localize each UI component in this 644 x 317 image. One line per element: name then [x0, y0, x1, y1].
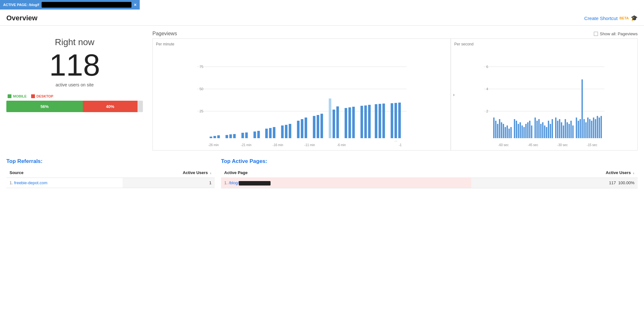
svg-rect-7	[213, 136, 216, 138]
svg-rect-8	[217, 135, 220, 138]
per-minute-chart: Per minute › 75 50 25	[153, 39, 451, 150]
main-content: Right now 118 active users on site MOBIL…	[0, 26, 644, 193]
svg-rect-14	[253, 132, 256, 138]
bottom-section: Top Referrals: Source Active Users ↓	[6, 158, 638, 188]
svg-rect-70	[522, 125, 523, 138]
svg-rect-36	[368, 105, 371, 138]
chart-arrow-icon: ›	[453, 91, 455, 98]
per-minute-svg-container: 75 50 25	[153, 48, 451, 150]
svg-rect-63	[507, 125, 508, 138]
svg-rect-91	[565, 119, 566, 138]
svg-rect-57	[495, 121, 497, 138]
svg-rect-89	[561, 122, 562, 138]
svg-rect-96	[576, 118, 577, 138]
mobile-legend-item: MOBILE	[8, 94, 27, 98]
svg-rect-21	[289, 124, 291, 138]
show-all-checkbox[interactable]	[594, 32, 598, 36]
top-referrals-title: Top Referrals:	[6, 158, 215, 165]
top-referrals-panel: Top Referrals: Source Active Users ↓	[6, 158, 215, 188]
active-users-label: active users on site	[6, 82, 143, 87]
svg-rect-13	[245, 132, 248, 138]
table-row: 1. freebie-depot.com 1	[6, 178, 215, 188]
svg-rect-107	[597, 116, 598, 138]
svg-rect-79	[540, 124, 542, 138]
close-icon[interactable]: ×	[134, 2, 137, 7]
svg-rect-104	[591, 121, 593, 138]
show-all-pageviews[interactable]: Show all: Pageviews	[594, 31, 638, 36]
svg-rect-98	[580, 119, 581, 138]
redacted-page-text	[239, 181, 271, 185]
svg-rect-61	[503, 124, 504, 138]
row-num-cell: 1. freebie-depot.com	[6, 178, 123, 188]
right-now-label: Right now	[6, 37, 143, 47]
desktop-color-dot	[31, 94, 35, 98]
svg-rect-40	[391, 103, 393, 138]
device-bar: 56% 40%	[6, 101, 143, 112]
svg-rect-56	[493, 118, 495, 138]
pageviews-title: Pageviews	[152, 31, 177, 37]
svg-text:4: 4	[486, 87, 488, 91]
desktop-legend-label: DESKTOP	[37, 94, 53, 98]
beta-label: BETA	[620, 16, 629, 20]
svg-rect-18	[273, 127, 275, 138]
page-header: Active Page	[221, 168, 471, 178]
svg-rect-95	[573, 125, 574, 138]
svg-rect-71	[524, 127, 525, 138]
svg-rect-30	[336, 106, 339, 138]
svg-text:-26 min: -26 min	[208, 143, 219, 147]
svg-rect-37	[375, 104, 377, 138]
sort-icon: ↓	[210, 171, 211, 175]
svg-rect-82	[546, 127, 547, 138]
page-active-users-cell: 117 100.00%	[471, 178, 638, 188]
sort-icon-pages: ↓	[633, 171, 634, 175]
svg-rect-33	[352, 107, 355, 138]
svg-rect-78	[539, 119, 540, 138]
graduation-cap-icon: 🎓	[631, 15, 638, 22]
svg-text:...: ...	[394, 138, 397, 142]
svg-text:25: 25	[199, 109, 203, 113]
svg-rect-109	[601, 116, 602, 138]
svg-rect-86	[555, 118, 557, 138]
page-link[interactable]: /blog/	[229, 180, 271, 185]
svg-rect-25	[313, 116, 315, 138]
svg-rect-59	[499, 119, 500, 138]
per-second-svg-container: 6 4 2	[451, 48, 637, 150]
svg-text:-45 sec: -45 sec	[528, 143, 538, 147]
active-page-label: ACTIVE PAGE: /blog/f	[3, 3, 39, 7]
per-second-chart: Per second 6 4 2	[451, 39, 637, 150]
svg-rect-100	[584, 119, 585, 138]
svg-rect-66	[514, 119, 515, 138]
svg-rect-24	[305, 118, 307, 138]
desktop-legend-item: DESKTOP	[31, 94, 53, 98]
svg-text:-6 min: -6 min	[337, 143, 346, 147]
svg-text:75: 75	[199, 65, 203, 69]
active-users-header: Active Users ↓	[123, 168, 215, 178]
svg-rect-31	[345, 108, 347, 138]
svg-rect-84	[550, 124, 551, 138]
active-users-header-pages: Active Users ↓	[471, 168, 638, 178]
desktop-bar: 40%	[83, 101, 138, 112]
svg-text:-21 min: -21 min	[241, 143, 252, 147]
charts-header: Pageviews Show all: Pageviews	[152, 31, 638, 37]
svg-rect-87	[557, 121, 559, 138]
top-bar: Overview Create Shortcut BETA 🎓	[0, 10, 644, 26]
svg-rect-34	[360, 106, 363, 138]
svg-text:-11 min: -11 min	[305, 143, 315, 147]
svg-rect-28	[329, 98, 331, 138]
svg-text:-1: -1	[399, 143, 402, 147]
charts-row: Per minute › 75 50 25	[152, 38, 638, 151]
svg-rect-27	[320, 114, 323, 138]
svg-rect-11	[233, 134, 236, 138]
top-active-pages-table: Active Page Active Users ↓ 1. /blog/	[221, 168, 638, 188]
svg-rect-80	[542, 122, 544, 138]
svg-rect-12	[241, 133, 244, 138]
svg-rect-92	[567, 122, 568, 138]
svg-rect-94	[571, 121, 572, 138]
svg-rect-85	[552, 119, 553, 138]
create-shortcut-button[interactable]: Create Shortcut BETA 🎓	[584, 15, 638, 22]
top-referrals-table: Source Active Users ↓ 1. freebie-depot.c…	[6, 168, 215, 188]
mobile-legend-label: MOBILE	[13, 94, 27, 98]
charts-panel: Pageviews Show all: Pageviews Per minute…	[152, 31, 638, 151]
svg-rect-29	[332, 110, 335, 138]
source-link[interactable]: freebie-depot.com	[14, 180, 47, 185]
